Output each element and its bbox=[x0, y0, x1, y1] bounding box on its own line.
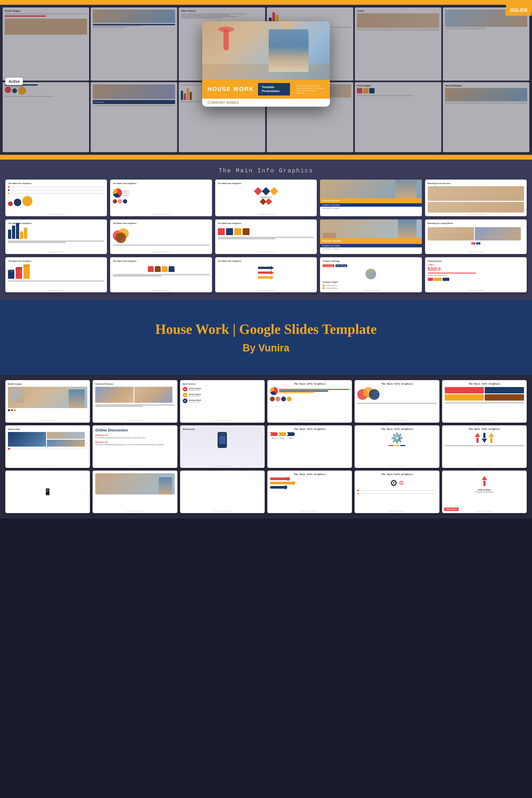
bs-footer-info-circles: COMPANY NAMES bbox=[267, 420, 352, 422]
bs-footer-booth: COMPANY NAMES bbox=[5, 420, 90, 422]
end-slides-title: END SLIDES bbox=[445, 489, 524, 491]
bottom-slide-mock-up[interactable]: Mocking Up COMPANY NAMES bbox=[180, 425, 265, 468]
analyze-title: Analyze Target bbox=[323, 281, 419, 283]
end-slides-sub: Template Presentation bbox=[445, 491, 524, 493]
strategy-title: Prepare Strategy bbox=[323, 260, 419, 262]
ps-title-3: The Main Info Graphics bbox=[218, 182, 314, 185]
ps-title-bars: The Main Info Graphics bbox=[8, 222, 104, 225]
orange-bar-top bbox=[0, 0, 532, 5]
ps-footer-2: COMPANY NAMES bbox=[110, 214, 212, 215]
ps-title-wfh: Working From Houses bbox=[428, 182, 524, 185]
ps-footer-wfh2: COMPANY NAMES bbox=[425, 251, 527, 253]
bg-slide-title: Booth Images bbox=[5, 10, 87, 12]
preview-slide-boxes[interactable]: The Main Info Graphics COMPANY NAMES bbox=[215, 220, 317, 254]
bottom-slide-online-discuss[interactable]: Online Discussion Discuss 01 A wonderful… bbox=[93, 425, 177, 468]
gear-display: ⚙️ bbox=[357, 432, 437, 444]
bottom-slide-info-overlap[interactable]: The Main Info Graphics COMPANY NAMES bbox=[355, 380, 439, 423]
bottom-slide-info-boxes[interactable]: The Main Info Graphics COMPANY NAMES bbox=[442, 380, 527, 423]
bs-footer-info-overlap: COMPANY NAMES bbox=[355, 420, 439, 422]
preview-slide-photo2[interactable]: HOUSE WORK Template Presentation COMPANY… bbox=[320, 220, 422, 254]
gslide-badge: GSLIDE bbox=[505, 5, 532, 16]
ps-footer-wfh: COMPANY NAMES bbox=[425, 214, 527, 215]
preview-slide-cubes2[interactable]: The Main Info Graphics COMPANY NAMES bbox=[110, 257, 212, 292]
bottom-slide-booth[interactable]: Booth Images COMPANY NAMES bbox=[5, 380, 90, 423]
ig-title-1: The Main Info Graphics bbox=[270, 383, 349, 385]
featured-slide: HOUSE WORK Template Presentation A wonde… bbox=[202, 21, 330, 107]
bs-title-main-service: Main Service bbox=[183, 383, 262, 385]
ig-title-gear: The Main Info Graphics bbox=[357, 428, 437, 431]
bottom-slide-info-circles[interactable]: The Main Info Graphics COMPANY NAMES bbox=[267, 380, 352, 423]
plan-sub: Planning description here bbox=[428, 274, 524, 276]
bs-title-discuss: Result of Discuss bbox=[95, 383, 174, 385]
service-num-2: 02 bbox=[183, 393, 188, 397]
preview-slide-wfh[interactable]: Working From Houses COMPANY NAMES bbox=[425, 179, 527, 216]
service-desc-2: Description text bbox=[189, 395, 201, 397]
bottom-slide-info-timeline[interactable]: The Main Info Graphics bbox=[267, 471, 352, 513]
ps-footer-arrows: COMPANY NAMES bbox=[215, 290, 317, 291]
preview-slide-1[interactable]: The Main Info Graphics COMPANY NAMES bbox=[5, 179, 107, 216]
service-list: 01 Service Name Description text 02 Serv… bbox=[183, 387, 262, 403]
preview-slide-wfh2[interactable]: Working On Living Room A+ B+ COMPANY NAM… bbox=[425, 220, 527, 254]
bottom-slide-discuss[interactable]: Result of Discuss COMPANY NAMES bbox=[93, 380, 177, 423]
preview-slide-strategy[interactable]: Prepare Strategy First Strategy Next Str… bbox=[320, 257, 422, 292]
preview-slide-cubes[interactable]: The Main Info Graphics COMPANY NAMES bbox=[5, 257, 107, 292]
bottom-slide-info-shapes[interactable]: The Main Info Graphics Step 1 Step 2 Ste… bbox=[267, 425, 352, 468]
bs-photo-booth bbox=[8, 387, 87, 408]
strategy-label1: First Strategy bbox=[323, 264, 334, 267]
featured-slide-body: HOUSE WORK Template Presentation A wonde… bbox=[202, 80, 330, 107]
bs-footer-info-timeline: COMPANY NAMES bbox=[267, 510, 352, 512]
plan-label: LABEL bbox=[428, 264, 524, 266]
bs-footer-empty-2: COMPANY NAMES bbox=[93, 510, 177, 512]
preview-slide-2[interactable]: The Main Info Graphics ● Item 1 ● Item 2… bbox=[110, 179, 212, 216]
service-desc-3: Description text bbox=[189, 401, 201, 403]
slides-preview-grid: The Main Info Graphics COMPANY NAMES The… bbox=[5, 179, 527, 292]
bottom-slide-info-gear[interactable]: The Main Info Graphics ⚙️ COMPANY NAMES bbox=[355, 425, 439, 468]
preview-slide-bars[interactable]: The Main Info Graphics COMPANY NAMES bbox=[5, 220, 107, 254]
bs-title-mock: Mocking Up bbox=[183, 428, 262, 431]
bs-title-booth: Booth Images bbox=[8, 383, 87, 385]
top-section: Booth Images Other Names bbox=[0, 0, 532, 159]
bottom-slide-info-gear2[interactable]: The Main Info Graphics ⚙ ⚙ COMPANY NAMES bbox=[355, 471, 439, 513]
ig-title-2: The Main Info Graphics bbox=[357, 383, 437, 385]
bg-slide-6 bbox=[443, 7, 529, 81]
ps-orange-bar: HOUSE WORK bbox=[320, 198, 422, 203]
preview-slide-arrows[interactable]: The Main Info Graphics COMPANY NAMES bbox=[215, 257, 317, 292]
bg-slide-2 bbox=[91, 7, 177, 81]
ps-footer-cubes2: COMPANY NAMES bbox=[110, 290, 212, 291]
bottom-slide-info-arrows2[interactable]: The Main Info Graphics bbox=[442, 425, 527, 468]
ps-footer-planning: COMPANY NAMES bbox=[425, 290, 527, 291]
gear2-display: ⚙ ⚙ bbox=[357, 478, 437, 488]
ps-title-planning: Planning Now bbox=[428, 260, 524, 262]
label-b: B+ bbox=[476, 242, 480, 244]
bottom-slide-end[interactable]: END SLIDES Template Presentation END SLI… bbox=[442, 471, 527, 513]
ig-title-3: The Main Info Graphics bbox=[445, 383, 524, 385]
service-item-2: 02 Service Name Description text bbox=[183, 393, 262, 397]
preview-slide-photo[interactable]: HOUSE WORK Template Presentation COMPANY… bbox=[320, 179, 422, 216]
ps-footer-boxes: COMPANY NAMES bbox=[215, 251, 317, 253]
service-num-3: 03 bbox=[183, 398, 188, 403]
bottom-slide-daily-active[interactable]: Daily Active COMPANY NAMES bbox=[5, 425, 90, 468]
wfh-photo-2 bbox=[428, 202, 524, 212]
ps-photo2-company: COMPANY NAMES bbox=[320, 247, 422, 251]
discuss-01: Discuss 01 bbox=[95, 434, 174, 437]
slide-description: A wonderful serenity has taken possessio… bbox=[296, 84, 324, 94]
ps-photo bbox=[320, 179, 422, 198]
ps-title-2: The Main Info Graphics bbox=[113, 182, 209, 185]
preview-slide-overlap[interactable]: The Main Info Graphics COMPANY NAMES bbox=[110, 220, 212, 254]
title-section: House Work | Google Slides Template By V… bbox=[0, 300, 532, 375]
bs-footer-main-service: COMPANY NAMES bbox=[180, 420, 265, 422]
ps-blue-bar: Template Presentation bbox=[320, 203, 422, 207]
bottom-slide-empty-1: 📱 bbox=[5, 471, 90, 513]
service-num-1: 01 bbox=[183, 387, 188, 392]
ps-title-1: The Main Info Graphics bbox=[8, 182, 104, 185]
bottom-slide-main-service[interactable]: Main Service 01 Service Name Description… bbox=[180, 380, 265, 423]
bs-photo-result1 bbox=[95, 387, 133, 403]
bs-footer-daily-active: COMPANY NAMES bbox=[5, 465, 90, 467]
bg-slide-8: Discussion bbox=[91, 82, 177, 152]
preview-slide-planning[interactable]: Planning Now LABEL $302.0 Planning descr… bbox=[425, 257, 527, 292]
bs-footer-info-shapes: COMPANY NAMES bbox=[267, 465, 352, 467]
ps-title-arrows: The Main Info Graphics bbox=[218, 260, 314, 262]
active-badge: Active bbox=[5, 78, 23, 85]
preview-slide-3[interactable]: The Main Info Graphics Management COMPAN… bbox=[215, 179, 317, 216]
ps-title-wfh2: Working On Living Room bbox=[428, 222, 524, 225]
